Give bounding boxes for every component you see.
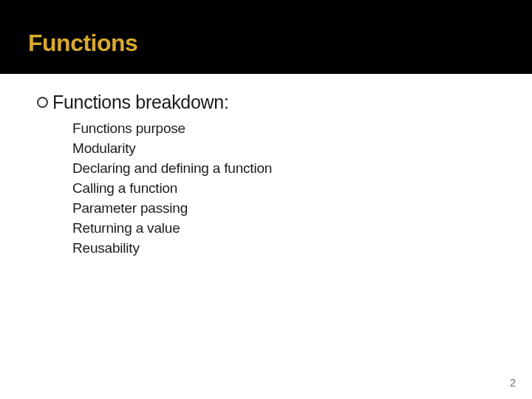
slide-title: Functions	[28, 30, 532, 57]
list-item: Modularity	[72, 140, 532, 157]
slide-title-bar: Functions	[0, 0, 532, 74]
list-item: Declaring and defining a function	[72, 160, 532, 177]
circle-bullet-icon	[37, 97, 48, 108]
slide-content: Functions breakdown: Functions purpose M…	[0, 74, 532, 256]
page-number: 2	[510, 377, 516, 389]
sub-bullet-list: Functions purpose Modularity Declaring a…	[37, 120, 532, 256]
list-item: Functions purpose	[72, 120, 532, 137]
main-bullet-row: Functions breakdown:	[37, 92, 532, 113]
list-item: Parameter passing	[72, 200, 532, 216]
list-item: Returning a value	[72, 220, 532, 236]
list-item: Calling a function	[72, 180, 532, 197]
list-item: Reusability	[72, 240, 532, 256]
main-bullet-text: Functions breakdown:	[52, 92, 229, 113]
